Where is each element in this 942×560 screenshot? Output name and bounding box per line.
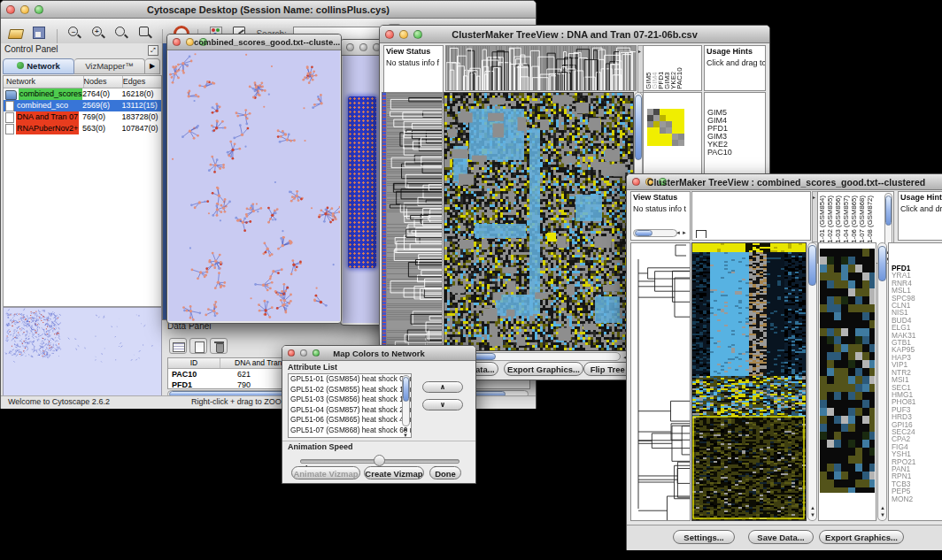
network-row[interactable]: RNAPuberNov2+ 563(0) 107847(0) [4, 123, 161, 134]
attribute-item[interactable]: GPL51-04 (GSM857) heat shock 20 min [289, 405, 400, 416]
column-label[interactable]: PFD1 [658, 72, 664, 89]
delete-attribute-icon[interactable] [210, 338, 228, 354]
tab-overflow-arrow[interactable]: ▶ [145, 58, 160, 74]
treeview1-title: ClusterMaker TreeView : DNA and Tran 07-… [380, 29, 769, 40]
matrix-cell [666, 121, 672, 127]
attribute-list-label: Attribute List [288, 363, 337, 372]
treeview-button[interactable]: Export Graphics... [819, 530, 904, 544]
scroll-right-icon[interactable]: ► [682, 229, 687, 236]
treeview2-vscrollbar[interactable]: ▲ ▼ [807, 242, 817, 521]
open-file-icon[interactable] [8, 25, 24, 41]
minimize-icon[interactable] [186, 38, 194, 46]
attribute-list[interactable]: GPL51-01 (GSM854) heat shock 05 minGPL51… [288, 373, 412, 438]
treeview1-usage-hints: Usage Hints Click and drag tc [704, 45, 766, 91]
scroll-up-icon[interactable]: ▲ [810, 504, 815, 511]
close-icon[interactable] [173, 38, 181, 46]
control-panel-title: Control Panel [1, 43, 162, 58]
matrix-cell [647, 140, 653, 146]
network-table-header[interactable]: Network Nodes Edges [4, 76, 161, 88]
view-status-hscrollbar[interactable] [633, 229, 677, 237]
matrix-cell [678, 121, 684, 127]
zoom-in-icon[interactable]: + [90, 25, 106, 41]
minimize-icon[interactable] [359, 43, 367, 51]
close-icon[interactable] [346, 43, 354, 51]
save-icon[interactable] [31, 25, 47, 41]
attribute-list-vscrollbar[interactable] [402, 375, 410, 426]
scroll-up-icon[interactable]: ▲ [880, 504, 885, 511]
move-up-button[interactable]: ∧ [422, 381, 463, 393]
matrix-cell [653, 127, 660, 134]
treeview1-title-bar[interactable]: ClusterMaker TreeView : DNA and Tran 07-… [380, 26, 769, 43]
treeview2-zoom-heatmap[interactable] [818, 242, 876, 521]
matrix-cell [672, 140, 678, 146]
treeview-button[interactable]: Save Data... [748, 530, 814, 544]
matrix-cell [647, 115, 653, 121]
network-type-icon [5, 90, 17, 100]
treeview2-row-dendrogram[interactable] [630, 242, 691, 521]
main-title-bar[interactable]: Cytoscape Desktop (Session Name: collins… [1, 1, 536, 19]
network-view-window-1: combined_scores_good.txt--cluste... [166, 34, 342, 324]
column-label[interactable]: GIM5 [645, 72, 652, 89]
attribute-select-icon[interactable] [169, 338, 187, 354]
matrix-cell [653, 134, 660, 140]
column-label[interactable]: GIM3 [664, 72, 670, 89]
zoom-heatmap-vscrollbar[interactable]: ▲ ▼ [877, 242, 887, 521]
matrix-cell [647, 127, 653, 134]
network-tab-icon [17, 62, 24, 69]
move-down-button[interactable]: ∨ [422, 399, 463, 410]
matrix-cell [678, 115, 684, 121]
dialog-button[interactable]: Done [429, 466, 461, 479]
attribute-item[interactable]: GPL51-01 (GSM854) heat shock 05 min [289, 374, 400, 385]
zoom-out-icon[interactable]: – [66, 25, 82, 41]
matrix-cell [660, 109, 666, 115]
desktop: { "main_window": { "title": "Cytoscape D… [0, 0, 942, 560]
matrix-cell [666, 115, 672, 121]
similarity-matrix[interactable] [647, 109, 684, 146]
treeview1-row-dendrogram[interactable] [386, 92, 443, 351]
treeview2-heatmap[interactable] [691, 242, 807, 521]
column-label[interactable]: YKE2 [670, 72, 676, 89]
treeview1-column-dendrogram[interactable] [445, 45, 637, 91]
attribute-item[interactable]: GPL51-07 (GSM868) heat shock 60 min [289, 426, 400, 436]
zoom-selected-icon[interactable] [137, 25, 153, 41]
treeview2-title-bar[interactable]: ClusterMaker TreeView : combined_scores_… [627, 174, 942, 190]
network-type-icon [5, 124, 14, 134]
attribute-item[interactable]: GPL51-06 (GSM865) heat shock 40 min [289, 415, 400, 426]
attribute-item[interactable]: GPL51-02 (GSM855) heat shock 10 min [289, 385, 400, 395]
treeview1-heatmap[interactable] [444, 92, 634, 351]
matrix-cell [653, 109, 660, 115]
dialog-button[interactable]: Create Vizmap [364, 466, 424, 479]
attribute-item[interactable]: GPL51-03 (GSM856) heat shock 15 min [289, 395, 400, 405]
data-col-id[interactable]: ID [168, 358, 220, 368]
treeview-button[interactable]: Export Graphics... [504, 362, 583, 376]
matrix-cell [653, 121, 660, 127]
control-panel: Control Panel ⤢ Network VizMapper™ ▶ Net… [1, 43, 163, 403]
treeview-button[interactable]: Settings... [673, 530, 735, 544]
tab-vizmapper[interactable]: VizMapper™ [74, 58, 145, 74]
row-label[interactable]: PAC10 [707, 149, 732, 157]
animation-speed-slider[interactable] [300, 456, 458, 464]
column-label[interactable]: GIM4 [652, 72, 658, 89]
network-canvas-1[interactable] [168, 50, 340, 321]
matrix-cell [678, 109, 684, 115]
scroll-down-icon[interactable]: ▼ [810, 511, 815, 518]
dense-grid-network[interactable] [348, 96, 376, 268]
birdseye-view[interactable] [3, 307, 162, 403]
network-row[interactable]: combined_scores 2764(0) 16218(0) [4, 88, 161, 100]
matrix-cell [666, 127, 672, 134]
new-attribute-icon[interactable] [189, 338, 207, 354]
tab-network[interactable]: Network [3, 58, 74, 74]
network-row[interactable]: combined_sco 2569(6) 13112(15) [4, 100, 161, 111]
scroll-down-icon[interactable]: ▼ [880, 511, 885, 518]
gene-label[interactable]: MON2 [892, 495, 915, 502]
scroll-left-icon[interactable]: ◄ [676, 229, 681, 236]
treeview2-column-dendrogram[interactable] [691, 191, 811, 241]
column-label[interactable]: PAC10 [676, 67, 683, 89]
scroll-down-icon[interactable]: ▼ [403, 432, 408, 438]
slider-thumb[interactable] [374, 455, 385, 466]
matrix-cell [672, 134, 678, 140]
network-row[interactable]: DNA and Tran 07 769(0) 183728(0) [4, 111, 161, 123]
float-panel-icon[interactable]: ⤢ [148, 45, 158, 56]
zoom-fit-icon[interactable] [113, 25, 129, 41]
dialog-button[interactable]: Animate Vizmap [291, 466, 360, 479]
